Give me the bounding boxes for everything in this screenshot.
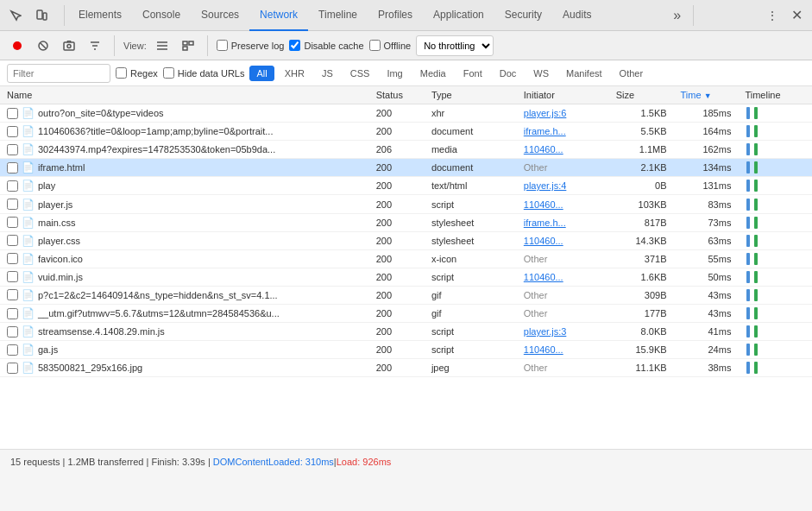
filter-tag-manifest[interactable]: Manifest xyxy=(559,66,609,81)
initiator-link[interactable]: player.js:6 xyxy=(524,108,567,118)
table-row[interactable]: 📄 player.css 200 stylesheet 110460... 14… xyxy=(0,231,812,249)
filter-tag-js[interactable]: JS xyxy=(315,66,340,81)
tab-application[interactable]: Application xyxy=(423,0,494,31)
row-checkbox[interactable] xyxy=(7,253,18,264)
device-toolbar-icon[interactable] xyxy=(29,3,54,28)
throttling-select[interactable]: No throttling xyxy=(416,35,494,56)
row-checkbox[interactable] xyxy=(7,217,18,228)
row-checkbox[interactable] xyxy=(7,289,18,300)
table-row[interactable]: 📄 iframe.html 200 document Other 2.1KB 1… xyxy=(0,159,812,177)
tab-audits[interactable]: Audits xyxy=(552,0,601,31)
table-row[interactable]: 📄 streamsense.4.1408.29.min.js 200 scrip… xyxy=(0,323,812,341)
filter-tag-css[interactable]: CSS xyxy=(343,66,377,81)
tab-timeline[interactable]: Timeline xyxy=(308,0,368,31)
tab-sources[interactable]: Sources xyxy=(191,0,249,31)
table-row[interactable]: 📄 ga.js 200 script 110460... 15.9KB 24ms xyxy=(0,341,812,359)
tab-console[interactable]: Console xyxy=(132,0,191,31)
select-element-icon[interactable] xyxy=(3,3,28,28)
record-button[interactable] xyxy=(7,35,28,56)
table-row[interactable]: 📄 583500821_295x166.jpg 200 jpeg Other 1… xyxy=(0,359,812,377)
clear-button[interactable] xyxy=(33,35,54,56)
cell-type: script xyxy=(425,323,517,341)
row-checkbox[interactable] xyxy=(7,308,18,319)
column-header-timeline[interactable]: Timeline xyxy=(738,86,812,104)
row-checkbox[interactable] xyxy=(7,126,18,137)
regex-checkbox-label[interactable]: Regex xyxy=(116,67,158,79)
initiator-link[interactable]: 110460... xyxy=(524,344,563,355)
initiator-link[interactable]: player.js:3 xyxy=(524,326,567,337)
capture-screenshots-button[interactable] xyxy=(59,35,79,56)
row-checkbox[interactable] xyxy=(7,235,18,246)
file-type-icon: 📄 xyxy=(22,344,35,356)
column-header-time[interactable]: Time ▼ xyxy=(674,86,739,104)
tab-profiles[interactable]: Profiles xyxy=(368,0,423,31)
row-checkbox[interactable] xyxy=(7,180,18,192)
filter-tag-doc[interactable]: Doc xyxy=(493,66,524,81)
hide-data-urls-label[interactable]: Hide data URLs xyxy=(163,67,245,79)
table-row[interactable]: 📄 player.js 200 script 110460... 103KB 8… xyxy=(0,195,812,213)
initiator-link[interactable]: 110460... xyxy=(524,236,563,246)
row-checkbox[interactable] xyxy=(7,108,18,119)
filter-input[interactable] xyxy=(7,64,110,83)
devtools-tab-bar: Elements Console Sources Network Timelin… xyxy=(0,0,812,31)
load-time: Load: 926ms xyxy=(337,457,392,467)
initiator-link[interactable]: 110460... xyxy=(524,144,563,155)
hide-data-urls-checkbox[interactable] xyxy=(163,67,174,79)
table-row[interactable]: 📄 p?c1=2&c2=14640914&ns_type=hidden&ns_s… xyxy=(0,286,812,304)
column-header-name[interactable]: Name xyxy=(0,86,369,104)
row-checkbox[interactable] xyxy=(7,363,18,374)
row-checkbox[interactable] xyxy=(7,326,18,338)
initiator-link[interactable]: iframe.h... xyxy=(524,218,566,228)
timeline-bar-icon xyxy=(746,325,750,338)
offline-checkbox-label[interactable]: Offline xyxy=(369,40,412,51)
table-row[interactable]: 📄 110460636?title=0&loop=1amp;amp;byline… xyxy=(0,123,812,141)
offline-checkbox[interactable] xyxy=(369,40,381,51)
filter-tag-media[interactable]: Media xyxy=(413,66,453,81)
filter-tag-img[interactable]: Img xyxy=(380,66,409,81)
tab-elements[interactable]: Elements xyxy=(68,0,132,31)
disable-cache-checkbox-label[interactable]: Disable cache xyxy=(289,40,363,51)
table-row[interactable]: 📄 play 200 text/html player.js:4 0B 131m… xyxy=(0,177,812,195)
preserve-log-checkbox-label[interactable]: Preserve log xyxy=(217,40,285,51)
tab-network[interactable]: Network xyxy=(249,0,308,31)
close-devtools-icon[interactable]: ✕ xyxy=(784,3,809,28)
table-row[interactable]: 📄 vuid.min.js 200 script 110460... 1.6KB… xyxy=(0,268,812,286)
filter-tag-font[interactable]: Font xyxy=(456,66,489,81)
table-row[interactable]: 📄 302443974.mp4?expires=1478253530&token… xyxy=(0,141,812,159)
column-header-status[interactable]: Status xyxy=(369,86,425,104)
table-row[interactable]: 📄 outro?on_site=0&type=videos 200 xhr pl… xyxy=(0,104,812,123)
initiator-link[interactable]: 110460... xyxy=(524,199,563,210)
column-header-size[interactable]: Size xyxy=(609,86,674,104)
row-checkbox[interactable] xyxy=(7,271,18,282)
tab-security[interactable]: Security xyxy=(494,0,552,31)
row-checkbox[interactable] xyxy=(7,199,18,210)
row-checkbox[interactable] xyxy=(7,144,18,155)
initiator-link[interactable]: iframe.h... xyxy=(524,126,566,136)
filter-tag-xhr[interactable]: XHR xyxy=(278,66,312,81)
column-header-initiator[interactable]: Initiator xyxy=(517,86,609,104)
regex-checkbox[interactable] xyxy=(116,67,127,79)
view-list-icon[interactable] xyxy=(152,35,173,56)
view-group-icon[interactable] xyxy=(178,35,198,56)
cell-initiator: 110460... xyxy=(517,231,609,249)
row-checkbox[interactable] xyxy=(7,162,18,173)
disable-cache-checkbox[interactable] xyxy=(289,40,300,51)
filter-toggle-button[interactable] xyxy=(85,35,105,56)
column-header-type[interactable]: Type xyxy=(425,86,517,104)
devtools-menu-icon[interactable]: ⋮ xyxy=(760,3,784,28)
more-tabs-icon[interactable]: » xyxy=(665,3,689,28)
filter-tag-ws[interactable]: WS xyxy=(526,66,556,81)
preserve-log-checkbox[interactable] xyxy=(217,40,228,51)
cell-timeline xyxy=(738,305,812,323)
initiator-link[interactable]: 110460... xyxy=(524,272,563,282)
filter-tag-other[interactable]: Other xyxy=(613,66,651,81)
table-row[interactable]: 📄 favicon.ico 200 x-icon Other 371B 55ms xyxy=(0,249,812,268)
row-checkbox[interactable] xyxy=(7,344,18,356)
table-row[interactable]: 📄 __utm.gif?utmwv=5.6.7&utms=12&utmn=284… xyxy=(0,305,812,323)
cell-size: 1.5KB xyxy=(609,104,674,123)
cell-name-text: streamsense.4.1408.29.min.js xyxy=(38,326,165,337)
initiator-link[interactable]: player.js:4 xyxy=(524,180,567,191)
cell-status: 200 xyxy=(369,231,425,249)
table-row[interactable]: 📄 main.css 200 stylesheet iframe.h... 81… xyxy=(0,213,812,231)
filter-tag-all[interactable]: All xyxy=(249,66,274,81)
